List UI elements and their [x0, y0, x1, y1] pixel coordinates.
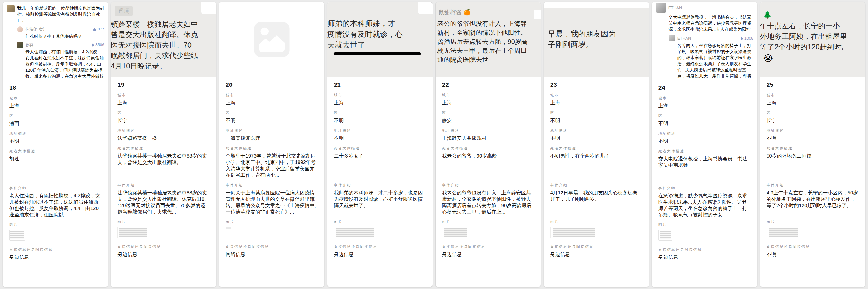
victim-label: 死者大体描述	[9, 149, 101, 154]
headline-line: 4月10日晚记录。	[111, 61, 216, 71]
case-card[interactable]: 鼠甜橙酱 🍊 老公的爷爷也没有计入，上海静 新村，全家阴的情况下他阳性。 离酒店…	[435, 2, 541, 287]
image-thumbnail[interactable]	[442, 227, 469, 238]
victim-label: 死者大体描述	[550, 146, 643, 151]
victim-label: 死者大体描述	[442, 146, 534, 151]
commenter-name: ETHAN	[668, 5, 682, 11]
victim-value: 法华镇路某楼一楼独居老夫妇中88岁的丈夫，曾经是交大出版社翻译。	[118, 153, 210, 178]
case-card[interactable]: 🌲 午十点左右，长宁的一小 外地务工阿姨，在出租屋里 等了2个小时的120赶到时…	[760, 2, 865, 287]
district-value: 长宁	[118, 117, 210, 124]
image-label: 图片	[118, 220, 210, 225]
event-label: 事件介绍	[9, 186, 101, 191]
direct-label: 直接信息还是间接信息	[9, 247, 101, 252]
victim-label: 死者大体描述	[767, 146, 859, 151]
crying-emoji: 😭	[763, 53, 865, 63]
direct-value: 不明	[767, 251, 859, 258]
event-value: 我老公的爷爷也没有计入，上海静安区共康新村，全家阴的情况下他阳性，被转去隔离酒店…	[442, 190, 534, 215]
direct-label: 直接信息还是间接信息	[658, 247, 750, 252]
case-card[interactable]: 我几十年前就认识的一位胡姓朋友也是因为封控、核酸检测等原因没有得到及时救治而死亡…	[3, 2, 108, 287]
image-thumbnail[interactable]	[225, 227, 231, 229]
direct-value: 身边信息	[658, 254, 750, 260]
direct-value: 身边信息	[9, 254, 101, 260]
avatar	[7, 5, 14, 12]
district-value: 不明	[550, 117, 643, 124]
city-value: 上海	[9, 103, 101, 109]
victim-label: 死者大体描述	[118, 146, 210, 151]
direct-value: 身边信息	[442, 251, 534, 258]
city-value: 上海	[334, 100, 426, 106]
district-label: 区	[334, 111, 426, 115]
victim-value: 不明男性，有个两岁的儿子	[550, 153, 643, 178]
comment-text: 交大电院退休教授，上海书协会员，书法家吴中南老师在急诊病逝，缺少氧气等医疗资源，…	[669, 14, 753, 32]
comment-text: 老人住浦西，有陈旧性脑梗，4.2摔跤，女儿被封在浦东过不了江，妹妹们虽住浦西但也…	[25, 49, 104, 80]
post-line: 通的隔离医院去世	[437, 55, 541, 64]
city-label: 城市	[442, 93, 534, 98]
district-label: 区	[118, 111, 210, 115]
victim-value: 我老公的爷爷，90岁高龄	[442, 153, 534, 178]
tree-emoji: 🌲	[763, 11, 865, 19]
image-thumbnail[interactable]	[118, 227, 149, 238]
direct-value: 身边信息	[550, 251, 643, 258]
post-line: 离酒店后差点转去方舱，90岁高	[437, 37, 541, 46]
image-label: 图片	[225, 220, 318, 225]
event-label: 事件介绍	[442, 183, 534, 188]
card-number: 19	[118, 81, 210, 88]
card-number: 23	[550, 81, 643, 88]
event-value: 在急诊病逝，缺少氧气等医疗资源，哀求医生求职未果...夫人亦感染为阳性。吴老师苦…	[658, 193, 750, 218]
address-label: 地址描述	[9, 131, 101, 136]
district-label: 区	[550, 111, 643, 115]
media-screenshot: 鼠甜橙酱 🍊 老公的爷爷也没有计入，上海静 新村，全家阴的情况下他阳性。 离酒店…	[436, 2, 541, 77]
address-label: 地址描述	[767, 128, 859, 133]
avatar	[656, 3, 666, 13]
comment-text: 什么时候？生了其他疾病吗？	[25, 33, 104, 39]
image-label: 图片	[442, 220, 534, 225]
direct-label: 直接信息还是间接信息	[334, 244, 426, 249]
headline-line: 外地务工阿姨，在出租屋里	[760, 31, 865, 41]
headline-line: 曾是交大出版社翻译。休克	[111, 29, 216, 40]
image-label: 图片	[658, 222, 750, 227]
district-value: 静安	[442, 117, 534, 124]
case-card[interactable]: 20 城市上海 区不明 地址描述上海某康复医院 死者大体描述李昶生于1973年，…	[219, 2, 324, 287]
thumbs-up-icon	[740, 36, 744, 40]
event-value: 老人住浦西，有陈旧性脑梗，4.2摔跤，女儿被封在浦东过不了江，妹妹们虽住浦西但也…	[9, 193, 101, 218]
headline-line: 子刚刚两岁。	[548, 39, 649, 50]
district-value: 不明	[658, 120, 750, 127]
image-thumbnail[interactable]	[658, 229, 672, 241]
case-card[interactable]: 师弟的本科师妹，才二 疫情没有及时就诊，心 天就去世了 21 城市上海 区不明 …	[327, 2, 433, 287]
city-label: 城市	[767, 93, 859, 98]
victim-value: 李昶生于1973年，曾就读于北京史家胡同小学、北京二中、北京四中，于1992年考…	[225, 153, 318, 178]
image-thumbnail[interactable]	[550, 227, 597, 238]
address-label: 地址描述	[658, 131, 750, 136]
city-value: 上海	[658, 103, 750, 109]
image-thumbnail[interactable]	[9, 229, 25, 241]
city-value: 上海	[442, 100, 534, 106]
image-thumbnail[interactable]	[767, 227, 800, 238]
avatar	[17, 42, 23, 48]
post-text: 我几十年前就认识的一位胡姓朋友也是因为封控、核酸检测等原因没有得到及时救治而死亡…	[17, 5, 104, 23]
city-label: 城市	[550, 93, 643, 98]
censor-bar	[334, 52, 421, 55]
screenshot-corner	[202, 2, 216, 14]
image-label: 图片	[767, 220, 859, 225]
card-number: 22	[442, 81, 534, 88]
victim-value: 二十多岁女子	[334, 153, 426, 178]
district-label: 区	[658, 113, 750, 118]
district-label: 区	[442, 111, 534, 115]
headline-line: 医无对接医院而去世。70	[111, 40, 216, 50]
case-card[interactable]: 早晨，我的朋友因为 子刚刚两岁。 23 城市上海 区不明 地址描述不明 死者大体…	[544, 2, 649, 287]
event-value: 法华镇路某楼一楼独居老夫妇中88岁的丈夫，曾经是交大出版社翻译。休克后110、1…	[118, 190, 210, 215]
media-screenshot: 置顶 镇路某楼一楼独居老夫妇中 曾是交大出版社翻译。休克 医无对接医院而去世。7…	[111, 2, 216, 77]
victim-value: 胡姓	[9, 156, 101, 181]
victim-label: 死者大体描述	[225, 146, 318, 151]
event-label: 事件介绍	[767, 183, 859, 188]
card-number: 25	[767, 81, 859, 88]
avatar	[669, 35, 675, 41]
case-card[interactable]: ETHAN 交大电院退休教授，上海书协会员，书法家吴中南老师在急诊病逝，缺少氧气…	[652, 2, 757, 287]
city-value: 上海	[225, 100, 318, 106]
poster-name: 鼠甜橙酱 🍊	[439, 8, 541, 16]
image-label: 图片	[9, 222, 101, 227]
case-card[interactable]: 置顶 镇路某楼一楼独居老夫妇中 曾是交大出版社翻译。休克 医无对接医院而去世。7…	[111, 2, 216, 287]
image-thumbnail[interactable]	[334, 227, 376, 239]
headline-line: 天就去世了	[327, 40, 432, 50]
commenter-name: ETHAN	[677, 35, 691, 41]
event-value: 4月12日早晨，我的朋友因为心梗永远离开了，儿子刚刚两岁。	[550, 190, 643, 215]
